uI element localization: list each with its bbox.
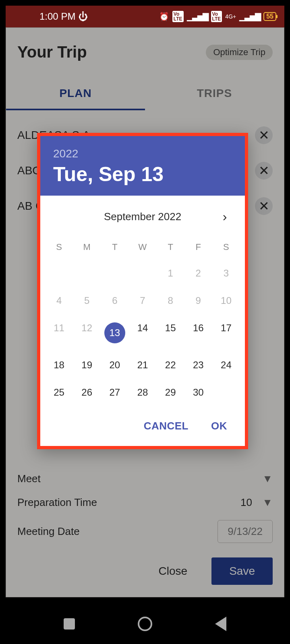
datepicker-ok-button[interactable]: OK xyxy=(211,420,227,432)
datepicker-year[interactable]: 2022 xyxy=(53,147,232,160)
calendar-day[interactable]: 22 xyxy=(157,351,184,379)
calendar-day[interactable]: 27 xyxy=(101,379,128,406)
dow-header: T xyxy=(101,235,128,260)
next-month-button[interactable]: › xyxy=(217,209,233,224)
calendar-day[interactable]: 21 xyxy=(128,351,156,379)
dow-header: W xyxy=(128,235,156,260)
dow-header: F xyxy=(184,235,212,260)
network-type: 4G+ xyxy=(225,13,236,20)
calendar-day: 11 xyxy=(45,314,73,351)
calendar-day[interactable]: 19 xyxy=(73,351,101,379)
back-button[interactable] xyxy=(215,617,226,631)
calendar-day: 7 xyxy=(128,287,156,314)
calendar-day: 3 xyxy=(212,260,240,287)
calendar-day[interactable]: 24 xyxy=(212,351,240,379)
alarm-icon: ⏰ xyxy=(159,12,169,21)
dow-header: M xyxy=(73,235,101,260)
dow-header: S xyxy=(45,235,73,260)
calendar-day[interactable]: 15 xyxy=(157,314,184,351)
calendar-day[interactable]: 23 xyxy=(184,351,212,379)
lte-icon-2: VoLTE xyxy=(211,11,222,22)
status-bar: 1:00 PM ⏻ ⏰ VoLTE ▁▃▅▇ VoLTE 4G+ ▁▃▅▇ 55 xyxy=(6,6,284,27)
lte-icon-1: VoLTE xyxy=(172,11,184,22)
calendar-day[interactable]: 28 xyxy=(128,379,156,406)
datepicker-headline: Tue, Sep 13 xyxy=(53,163,232,186)
calendar-day: 8 xyxy=(157,287,184,314)
calendar-day: 5 xyxy=(73,287,101,314)
calendar-day[interactable]: 14 xyxy=(128,314,156,351)
signal-icon-1: ▁▃▅▇ xyxy=(187,12,208,21)
calendar-day[interactable]: 13 xyxy=(101,314,128,351)
calendar-day: 9 xyxy=(184,287,212,314)
calendar-day: 10 xyxy=(212,287,240,314)
status-time: 1:00 PM xyxy=(39,11,75,22)
charging-icon: ⏻ xyxy=(79,11,88,22)
calendar-day[interactable]: 18 xyxy=(45,351,73,379)
calendar-day: 4 xyxy=(45,287,73,314)
home-button[interactable] xyxy=(138,617,152,631)
calendar-day[interactable]: 16 xyxy=(184,314,212,351)
dow-header: T xyxy=(157,235,184,260)
signal-icon-2: ▁▃▅▇ xyxy=(239,12,260,21)
calendar-day[interactable]: 25 xyxy=(45,379,73,406)
recent-apps-button[interactable] xyxy=(64,618,75,630)
calendar-day: 12 xyxy=(73,314,101,351)
datepicker-cancel-button[interactable]: CANCEL xyxy=(144,420,188,432)
datepicker-month-label: September 2022 xyxy=(68,211,217,223)
calendar-day: 1 xyxy=(157,260,184,287)
battery-icon: 55 xyxy=(263,12,276,21)
calendar-day[interactable]: 17 xyxy=(212,314,240,351)
dow-header: S xyxy=(212,235,240,260)
calendar-day[interactable]: 29 xyxy=(157,379,184,406)
calendar-day[interactable]: 26 xyxy=(73,379,101,406)
calendar-day: 2 xyxy=(184,260,212,287)
calendar-day[interactable]: 30 xyxy=(184,379,212,406)
calendar-day: 6 xyxy=(101,287,128,314)
calendar-day[interactable]: 20 xyxy=(101,351,128,379)
android-nav-bar xyxy=(0,604,290,644)
date-picker-dialog: 2022 Tue, Sep 13 ‹ September 2022 › SMTW… xyxy=(37,133,248,449)
